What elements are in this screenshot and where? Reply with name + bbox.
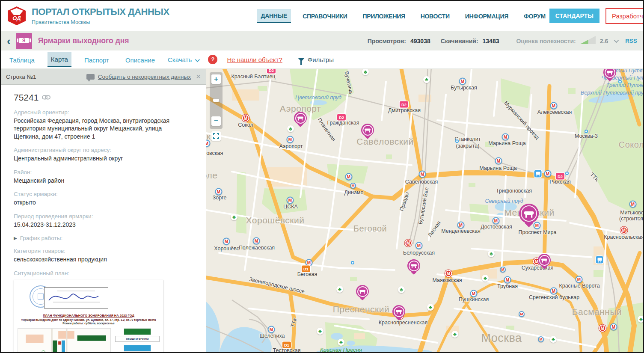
nav-item-news[interactable]: НОВОСТИ <box>417 9 454 22</box>
map-canvas[interactable]: АэропортСокололеХорошёвскийСавёловскийБе… <box>206 69 643 353</box>
tree-icon: ♣ <box>488 250 495 257</box>
tree-icon: ♣ <box>317 328 323 335</box>
tab-table[interactable]: Таблица <box>6 53 38 67</box>
street-label: Хорошёво <box>214 246 240 252</box>
street-label: Динамо <box>344 190 364 196</box>
nav-item-data[interactable]: ДАННЫЕ <box>257 9 291 23</box>
metro-icon: М <box>550 288 558 295</box>
tab-passport[interactable]: Паспорт <box>81 53 113 67</box>
metro-icon: М <box>610 323 617 331</box>
street-label: Аэропорт <box>279 143 303 149</box>
metro-icon: М <box>504 276 511 284</box>
metro-icon: М <box>470 290 478 297</box>
district-label: Пресненский <box>333 304 389 314</box>
nav-item-forum[interactable]: ФОРУМ <box>520 9 549 22</box>
nav-item-directories[interactable]: СПРАВОЧНИКИ <box>299 9 351 22</box>
zoom-out-button[interactable]: − <box>211 116 221 126</box>
rating-chevron-icon[interactable] <box>614 38 619 42</box>
district-label: Савёловский <box>356 136 414 147</box>
fair-marker[interactable] <box>407 259 420 272</box>
district-label: оле <box>206 170 217 181</box>
street-label: Сухаревская <box>522 265 553 271</box>
fair-marker[interactable] <box>538 254 551 267</box>
rating-label: Оценка полезности: <box>516 38 576 44</box>
tree-icon: ♣ <box>398 286 405 293</box>
street-label: Менделеевская <box>441 228 481 234</box>
tree-icon: ♣ <box>287 125 294 132</box>
street-label: Трифоновская <box>496 188 532 194</box>
metro-icon: М <box>419 171 426 178</box>
street-label: ловская <box>206 150 223 156</box>
portal-logo-icon[interactable]: ОД <box>7 6 27 26</box>
rail-line-badge: D2 <box>337 114 346 121</box>
download-dropdown[interactable]: Скачать <box>168 56 199 63</box>
plan-drawing <box>18 328 111 353</box>
fair-awning-icon <box>411 264 417 267</box>
fullscreen-button[interactable] <box>211 131 221 141</box>
expand-arrow-icon[interactable]: ▶ <box>14 236 17 240</box>
developers-button[interactable]: Разработчикам <box>605 8 644 24</box>
fair-marker[interactable] <box>361 124 374 136</box>
permalink-icon[interactable] <box>42 94 50 101</box>
zoom-slider-handle[interactable] <box>213 99 219 102</box>
fair-marker-selected[interactable] <box>519 204 539 223</box>
close-record-icon[interactable]: × <box>196 72 201 81</box>
field-value: сельскохозяйственная продукция <box>14 255 185 263</box>
street-label: Митьково <box>620 210 643 216</box>
street-label: Белорусская <box>403 250 435 256</box>
record-panel: Строка №1 Сообщить о некорректных данных… <box>1 69 206 353</box>
station-dot-icon <box>618 80 622 83</box>
standards-button[interactable]: СТАНДАРТЫ <box>549 9 599 23</box>
street-label: Красный Балтиец <box>231 74 275 80</box>
metro-icon: М <box>534 222 541 229</box>
back-button[interactable]: ‹ <box>7 36 11 47</box>
fair-awning-icon <box>541 259 547 261</box>
fair-marker[interactable] <box>356 285 369 298</box>
fair-marker[interactable] <box>392 305 405 318</box>
fair-awning-icon <box>359 290 365 292</box>
record-field: ▶График работы: <box>14 235 193 241</box>
rail-line-badge: D1 <box>282 342 291 348</box>
filters-button[interactable]: Фильтры <box>298 56 334 63</box>
zoom-in-button[interactable]: + <box>211 74 221 84</box>
street-label: Савёловская <box>405 179 438 185</box>
metro-icon: М <box>544 170 552 178</box>
metro-icon: М <box>495 157 502 165</box>
plan-title: ПЛАН ФУНКЦИОНАЛЬНОГО ЗОНИРОВАНИЯ НА 2023… <box>18 314 160 317</box>
filter-funnel-icon <box>298 58 305 62</box>
situational-plan-image[interactable]: ПЛАН ФУНКЦИОНАЛЬНОГО ЗОНИРОВАНИЯ НА 2023… <box>14 280 163 353</box>
station-dot-icon <box>585 130 588 133</box>
street-label: (закрыта) <box>456 143 480 149</box>
object-not-found-link[interactable]: Не нашли объект? <box>227 56 282 63</box>
nav-item-info[interactable]: ИНФОРМАЦИЯ <box>461 9 512 22</box>
street-label: Сретенский бульвар <box>529 294 579 300</box>
street-label: Краснопресненская <box>379 320 428 326</box>
record-field: Район:Мещанский район <box>14 169 193 184</box>
street-label: Беговая <box>297 271 318 277</box>
street-label: (строится) <box>619 216 643 222</box>
rating-triangle-icon[interactable] <box>580 36 596 46</box>
help-icon[interactable]: ? <box>208 55 217 64</box>
plan-legend: ОВОЩИ И ФРУКТЫ МЯСО-МОЛОЧНАЯ ПРОДУКЦИЯ Р… <box>115 328 160 353</box>
views-value: 493038 <box>410 38 430 44</box>
street-label: Трубная <box>497 283 518 289</box>
tab-map[interactable]: Карта <box>47 52 71 67</box>
field-value: 15.04.2023-31.12.2023 <box>14 221 185 228</box>
rating-value[interactable]: 2.6 <box>600 38 608 44</box>
fair-marker[interactable] <box>294 112 307 125</box>
tab-description[interactable]: Описание <box>122 53 158 67</box>
downloads-label: Скачиваний: <box>441 38 478 44</box>
portal-title: ПОРТАЛ ОТКРЫТЫХ ДАННЫХ <box>32 6 169 18</box>
report-incorrect-data-link[interactable]: Сообщить о некорректных данных <box>98 74 191 80</box>
metro-icon: М <box>493 217 500 225</box>
dataset-title: Ярмарки выходного дня <box>38 36 129 45</box>
street-label: Красносельская <box>604 234 643 240</box>
street-label: Алексеевская <box>537 109 572 115</box>
nav-item-apps[interactable]: ПРИЛОЖЕНИЯ <box>359 9 409 22</box>
rss-link[interactable]: RSS <box>625 38 637 44</box>
street-label: Зорге <box>213 195 227 201</box>
plan-schedule: Режим работы: суббота, воскресенье <box>18 322 160 325</box>
station-dot-icon <box>455 139 459 143</box>
tree-icon: ♣ <box>482 275 489 282</box>
metro-icon: М <box>629 201 637 208</box>
